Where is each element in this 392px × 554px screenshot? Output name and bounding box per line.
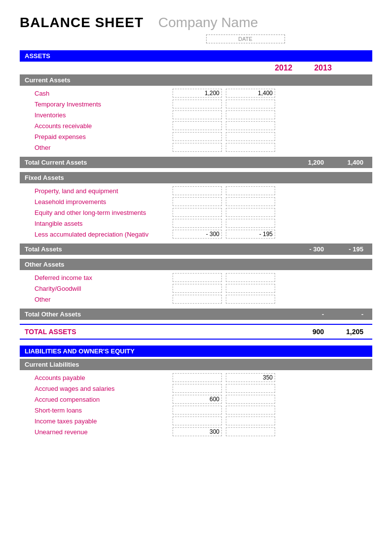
leasehold-row: Leasehold improvements bbox=[20, 196, 372, 207]
total-current-assets-label: Total Current Assets bbox=[25, 159, 288, 166]
income-taxes-payable-label: Income taxes payable bbox=[35, 417, 173, 425]
short-term-loans-row: Short-term loans bbox=[20, 405, 372, 416]
accrued-wages-row: Accrued wages and salaries bbox=[20, 383, 372, 394]
current-liabilities-header: Current Liabilities bbox=[20, 359, 372, 370]
accrued-compensation-val2[interactable] bbox=[226, 395, 275, 404]
accrued-wages-val2[interactable] bbox=[226, 384, 275, 393]
depreciation-val1[interactable]: - 300 bbox=[173, 230, 222, 239]
prepaid-expenses-val2[interactable] bbox=[226, 132, 275, 141]
temp-investments-val1[interactable] bbox=[173, 100, 222, 108]
equity-longterm-val2[interactable] bbox=[226, 208, 275, 217]
income-taxes-payable-val1[interactable] bbox=[173, 416, 222, 425]
total-other-assets-label: Total Other Assets bbox=[25, 311, 288, 318]
accrued-compensation-val1[interactable]: 600 bbox=[173, 395, 222, 404]
years-row: 2012 2013 bbox=[20, 64, 372, 72]
deferred-tax-row: Deferred income tax bbox=[20, 272, 372, 283]
property-val1[interactable] bbox=[173, 186, 222, 195]
current-other-row: Other bbox=[20, 142, 372, 153]
deferred-tax-val1[interactable] bbox=[173, 273, 222, 282]
other-assets-header: Other Assets bbox=[20, 259, 372, 270]
total-other-assets-val2: - bbox=[328, 311, 367, 318]
cash-val1[interactable]: 1,200 bbox=[173, 89, 222, 98]
intangible-val2[interactable] bbox=[226, 219, 275, 228]
short-term-loans-label: Short-term loans bbox=[35, 407, 173, 414]
equity-longterm-label: Equity and other long-term investments bbox=[35, 209, 173, 216]
cash-val2[interactable]: 1,400 bbox=[226, 89, 275, 98]
current-other-val2[interactable] bbox=[226, 143, 275, 152]
assets-section-header: ASSETS bbox=[20, 50, 372, 62]
accrued-wages-val1[interactable] bbox=[173, 384, 222, 393]
other-assets-other-label: Other bbox=[35, 296, 173, 303]
equity-longterm-row: Equity and other long-term investments bbox=[20, 207, 372, 218]
total-assets-val1: - 300 bbox=[288, 245, 328, 253]
intangible-val1[interactable] bbox=[173, 219, 222, 228]
prepaid-expenses-row: Prepaid expenses bbox=[20, 131, 372, 142]
accounts-payable-row: Accounts payable 350 bbox=[20, 372, 372, 383]
total-assets-row: Total Assets - 300 - 195 bbox=[20, 243, 372, 255]
accounts-receivable-label: Accounts receivable bbox=[35, 122, 173, 130]
accrued-compensation-row: Accrued compensation 600 bbox=[20, 394, 372, 405]
accounts-payable-val1[interactable] bbox=[173, 373, 222, 382]
current-other-val1[interactable] bbox=[173, 143, 222, 152]
leasehold-val2[interactable] bbox=[226, 197, 275, 206]
depreciation-label: Less accumulated depreciation (Negativ bbox=[35, 231, 173, 238]
property-row: Property, land and equipment bbox=[20, 185, 372, 196]
temp-investments-val2[interactable] bbox=[226, 100, 275, 108]
temp-investments-row: Temporary Investments bbox=[20, 99, 372, 109]
other-assets-other-row: Other bbox=[20, 294, 372, 305]
inventories-val2[interactable] bbox=[226, 110, 275, 119]
accounts-receivable-row: Accounts receivable bbox=[20, 120, 372, 131]
property-label: Property, land and equipment bbox=[35, 187, 173, 195]
short-term-loans-val2[interactable] bbox=[226, 406, 275, 415]
fixed-assets-header: Fixed Assets bbox=[20, 172, 372, 183]
leasehold-label: Leasehold improvements bbox=[35, 198, 173, 206]
accrued-wages-label: Accrued wages and salaries bbox=[35, 385, 173, 392]
intangible-row: Intangible assets bbox=[20, 218, 372, 229]
deferred-tax-label: Deferred income tax bbox=[35, 274, 173, 281]
charity-goodwill-val2[interactable] bbox=[226, 284, 275, 293]
depreciation-val2[interactable]: - 195 bbox=[226, 230, 275, 239]
total-assets-val2: - 195 bbox=[328, 245, 367, 253]
unearned-revenue-val2[interactable] bbox=[226, 427, 275, 436]
grand-total-assets-label: TOTAL ASSETS bbox=[25, 328, 288, 336]
income-taxes-payable-val2[interactable] bbox=[226, 416, 275, 425]
income-taxes-payable-row: Income taxes payable bbox=[20, 416, 372, 426]
year-2012-label: 2012 bbox=[264, 64, 303, 72]
intangible-label: Intangible assets bbox=[35, 220, 173, 227]
total-current-assets-val2: 1,400 bbox=[328, 159, 367, 166]
depreciation-row: Less accumulated depreciation (Negativ -… bbox=[20, 229, 372, 240]
accounts-receivable-val2[interactable] bbox=[226, 121, 275, 130]
charity-goodwill-row: Charity/Goodwill bbox=[20, 283, 372, 294]
property-val2[interactable] bbox=[226, 186, 275, 195]
cash-label: Cash bbox=[35, 90, 173, 97]
unearned-revenue-val1[interactable]: 300 bbox=[173, 427, 222, 436]
total-assets-label: Total Assets bbox=[25, 245, 288, 253]
accounts-receivable-val1[interactable] bbox=[173, 121, 222, 130]
total-other-assets-row: Total Other Assets - - bbox=[20, 309, 372, 320]
charity-goodwill-val1[interactable] bbox=[173, 284, 222, 293]
short-term-loans-val1[interactable] bbox=[173, 406, 222, 415]
page-title: BALANCE SHEET bbox=[20, 15, 143, 31]
equity-longterm-val1[interactable] bbox=[173, 208, 222, 217]
prepaid-expenses-label: Prepaid expenses bbox=[35, 133, 173, 140]
prepaid-expenses-val1[interactable] bbox=[173, 132, 222, 141]
grand-total-assets-val1: 900 bbox=[288, 328, 328, 336]
date-input[interactable]: DATE bbox=[206, 35, 285, 43]
unearned-revenue-row: Unearned revenue 300 bbox=[20, 426, 372, 437]
leasehold-val1[interactable] bbox=[173, 197, 222, 206]
deferred-tax-val2[interactable] bbox=[226, 273, 275, 282]
accounts-payable-label: Accounts payable bbox=[35, 374, 173, 381]
total-current-assets-row: Total Current Assets 1,200 1,400 bbox=[20, 157, 372, 168]
page-header: BALANCE SHEET Company Name bbox=[20, 15, 372, 31]
other-assets-other-val2[interactable] bbox=[226, 295, 275, 304]
inventories-val1[interactable] bbox=[173, 110, 222, 119]
temp-investments-label: Temporary Investments bbox=[35, 101, 173, 108]
cash-row: Cash 1,200 1,400 bbox=[20, 88, 372, 99]
other-assets-other-val1[interactable] bbox=[173, 295, 222, 304]
unearned-revenue-label: Unearned revenue bbox=[35, 428, 173, 436]
grand-total-assets-row: TOTAL ASSETS 900 1,205 bbox=[20, 324, 372, 340]
liabilities-section-header: LIABILITIES AND OWNER'S EQUITY bbox=[20, 346, 372, 357]
current-other-label: Other bbox=[35, 144, 173, 151]
accounts-payable-val2[interactable]: 350 bbox=[226, 373, 275, 382]
total-other-assets-val1: - bbox=[288, 311, 328, 318]
